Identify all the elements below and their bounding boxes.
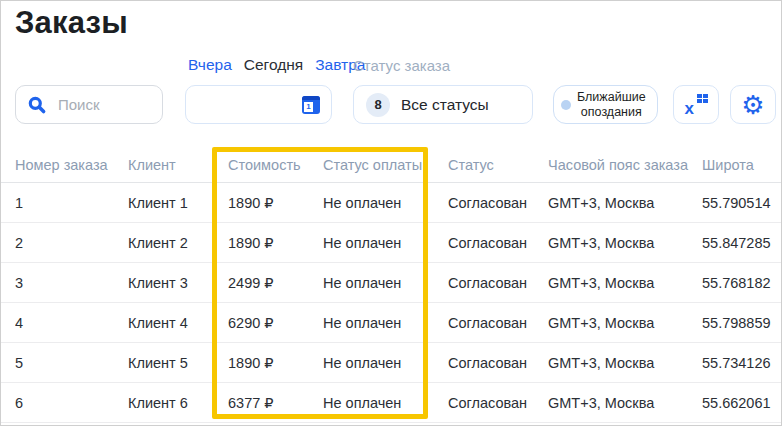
table-row[interactable]: 3 Клиент 3 2499 ₽ Не оплачен Согласован … bbox=[1, 263, 781, 303]
table-header-row: Номер заказа Клиент Стоимость Статус опл… bbox=[1, 147, 781, 183]
payment-status: Не оплачен bbox=[323, 315, 448, 331]
client: Клиент 6 bbox=[128, 395, 228, 411]
table-row[interactable]: 6 Клиент 6 6377 ₽ Не оплачен Согласован … bbox=[1, 383, 781, 423]
latitude: 55.798859 bbox=[702, 315, 781, 331]
status: Согласован bbox=[448, 195, 548, 211]
nearest-delays-label: Ближайшие опоздания bbox=[577, 90, 646, 120]
payment-status: Не оплачен bbox=[323, 195, 448, 211]
latitude: 55.768182 bbox=[702, 275, 781, 291]
excel-export-button[interactable]: x bbox=[673, 85, 719, 124]
client: Клиент 2 bbox=[128, 235, 228, 251]
client: Клиент 3 bbox=[128, 275, 228, 291]
table-row[interactable]: 5 Клиент 5 1890 ₽ Не оплачен Согласован … bbox=[1, 343, 781, 383]
nearest-delays-button[interactable]: Ближайшие опоздания bbox=[553, 85, 658, 124]
client: Клиент 1 bbox=[128, 195, 228, 211]
order-number: 2 bbox=[15, 235, 128, 251]
page-title: Заказы bbox=[15, 5, 128, 41]
search-input[interactable] bbox=[56, 95, 151, 114]
timezone: GMT+3, Москва bbox=[548, 315, 702, 331]
cost: 1890 ₽ bbox=[228, 235, 323, 251]
cost: 6377 ₽ bbox=[228, 395, 323, 411]
calendar-icon-band bbox=[302, 96, 320, 100]
status-dropdown-value: Все статусы bbox=[401, 96, 489, 114]
cost: 1890 ₽ bbox=[228, 195, 323, 211]
client: Клиент 4 bbox=[128, 315, 228, 331]
payment-status: Не оплачен bbox=[323, 395, 448, 411]
tab-today[interactable]: Сегодня bbox=[244, 56, 303, 74]
calendar-icon[interactable]: 1 bbox=[302, 96, 320, 114]
status-dropdown[interactable]: 8 Все статусы bbox=[353, 85, 533, 124]
status-count-badge: 8 bbox=[366, 93, 390, 117]
col-header-payment-status: Статус оплаты bbox=[323, 157, 448, 173]
cost: 6290 ₽ bbox=[228, 315, 323, 331]
excel-export-icon: x bbox=[685, 94, 708, 116]
payment-status: Не оплачен bbox=[323, 275, 448, 291]
cost: 1890 ₽ bbox=[228, 355, 323, 371]
order-number: 3 bbox=[15, 275, 128, 291]
orders-table: Номер заказа Клиент Стоимость Статус опл… bbox=[1, 147, 781, 423]
col-header-latitude: Широта bbox=[702, 157, 781, 173]
timezone: GMT+3, Москва bbox=[548, 275, 702, 291]
excel-x-letter: x bbox=[685, 99, 694, 119]
table-row[interactable]: 1 Клиент 1 1890 ₽ Не оплачен Согласован … bbox=[1, 183, 781, 223]
nearest-delays-line2: опоздания bbox=[581, 105, 642, 119]
toggle-dot-icon bbox=[561, 100, 571, 110]
status: Согласован bbox=[448, 355, 548, 371]
col-header-cost: Стоимость bbox=[228, 157, 323, 173]
settings-button[interactable]: ⚙ bbox=[730, 85, 776, 124]
magnifier-icon bbox=[27, 95, 47, 115]
tab-yesterday[interactable]: Вчера bbox=[188, 56, 232, 74]
client: Клиент 5 bbox=[128, 355, 228, 371]
table-row[interactable]: 2 Клиент 2 1890 ₽ Не оплачен Согласован … bbox=[1, 223, 781, 263]
order-number: 6 bbox=[15, 395, 128, 411]
timezone: GMT+3, Москва bbox=[548, 235, 702, 251]
col-header-client: Клиент bbox=[128, 157, 228, 173]
status: Согласован bbox=[448, 235, 548, 251]
latitude: 55.662061 bbox=[702, 395, 781, 411]
excel-grid-cells bbox=[697, 94, 708, 103]
gear-icon: ⚙ bbox=[741, 92, 764, 118]
timezone: GMT+3, Москва bbox=[548, 355, 702, 371]
col-header-order-number: Номер заказа bbox=[15, 157, 128, 173]
payment-status: Не оплачен bbox=[323, 355, 448, 371]
timezone: GMT+3, Москва bbox=[548, 395, 702, 411]
status: Согласован bbox=[448, 275, 548, 291]
nearest-delays-line1: Ближайшие bbox=[577, 90, 646, 104]
cost: 2499 ₽ bbox=[228, 275, 323, 291]
orders-page: Заказы Вчера Сегодня Завтра Статус заказ… bbox=[0, 0, 782, 426]
latitude: 55.734126 bbox=[702, 355, 781, 371]
order-status-label: Статус заказа bbox=[353, 57, 450, 74]
payment-status: Не оплачен bbox=[323, 235, 448, 251]
search-box[interactable] bbox=[15, 85, 163, 124]
table-row[interactable]: 4 Клиент 4 6290 ₽ Не оплачен Согласован … bbox=[1, 303, 781, 343]
order-number: 5 bbox=[15, 355, 128, 371]
order-number: 4 bbox=[15, 315, 128, 331]
status: Согласован bbox=[448, 315, 548, 331]
order-number: 1 bbox=[15, 195, 128, 211]
calendar-icon-day: 1 bbox=[304, 102, 313, 112]
timezone: GMT+3, Москва bbox=[548, 195, 702, 211]
status: Согласован bbox=[448, 395, 548, 411]
col-header-status: Статус bbox=[448, 157, 548, 173]
latitude: 55.847285 bbox=[702, 235, 781, 251]
date-picker-field[interactable]: 1 bbox=[185, 85, 332, 124]
col-header-timezone: Часовой пояс заказа bbox=[548, 157, 702, 173]
latitude: 55.790514 bbox=[702, 195, 781, 211]
date-tabs: Вчера Сегодня Завтра bbox=[188, 56, 365, 74]
